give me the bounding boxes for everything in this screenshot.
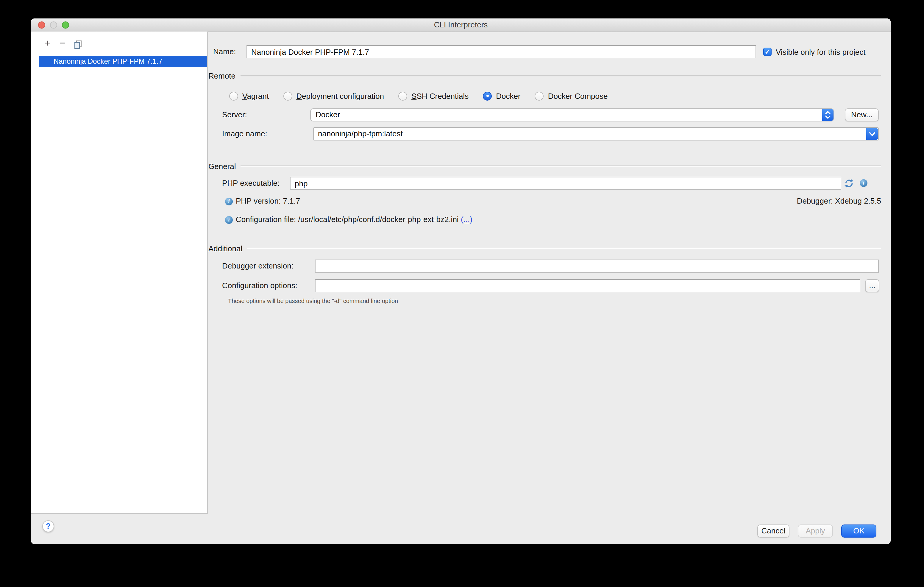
ok-button[interactable]: OK xyxy=(841,524,876,538)
name-label: Name: xyxy=(213,45,236,58)
section-rule xyxy=(240,75,881,76)
remote-section-title: Remote xyxy=(208,71,236,80)
copy-icon xyxy=(74,41,82,49)
visible-only-checkbox-row: ✓ Visible only for this project xyxy=(763,45,866,58)
window-title: CLI Interpreters xyxy=(31,18,891,31)
general-section-header: General xyxy=(208,160,881,173)
cancel-button[interactable]: Cancel xyxy=(757,524,789,538)
info-icon: i xyxy=(225,216,233,224)
copy-interpreter-icon[interactable] xyxy=(73,39,83,54)
close-button[interactable] xyxy=(38,21,45,28)
remote-type-radio-group: Vagrant Deployment configuration SSH Cre… xyxy=(229,89,608,102)
visible-only-label: Visible only for this project xyxy=(776,47,866,56)
radio-docker-compose[interactable]: Docker Compose xyxy=(535,91,608,100)
configuration-options-input[interactable] xyxy=(315,279,860,292)
configuration-file-row: Configuration file: /usr/local/etc/php/c… xyxy=(236,213,472,226)
configuration-options-hint: These options will be passed using the "… xyxy=(228,295,398,308)
combo-dropdown-button[interactable] xyxy=(866,128,878,140)
zoom-button[interactable] xyxy=(62,21,69,28)
radio-circle-icon xyxy=(483,91,492,100)
radio-label: Deployment configuration xyxy=(296,91,384,100)
name-input[interactable] xyxy=(246,45,756,58)
radio-circle-icon xyxy=(398,91,407,100)
radio-ssh-credentials[interactable]: SSH Credentials xyxy=(398,91,469,100)
radio-label: Docker Compose xyxy=(548,91,608,100)
radio-circle-icon xyxy=(283,91,292,100)
chevron-down-icon xyxy=(866,128,878,140)
radio-docker[interactable]: Docker xyxy=(483,91,520,100)
additional-section-header: Additional xyxy=(208,242,881,255)
minimize-button[interactable] xyxy=(50,21,57,28)
interpreter-list-panel: + − Nanoninja Docker PHP-FPM 7.1.7 xyxy=(31,31,208,514)
image-name-value: nanoninja/php-fpm:latest xyxy=(318,129,403,138)
section-rule xyxy=(247,248,881,249)
radio-label: SSH Credentials xyxy=(411,91,469,100)
reload-phpinfo-button[interactable] xyxy=(844,179,854,190)
section-rule xyxy=(241,165,881,167)
traffic-lights xyxy=(38,21,69,28)
radio-vagrant[interactable]: Vagrant xyxy=(229,91,269,100)
configuration-options-label: Configuration options: xyxy=(222,279,297,292)
up-down-chevrons-icon xyxy=(822,109,833,121)
screen: CLI Interpreters + − Nanoninja Docker PH… xyxy=(0,0,924,587)
remote-section-header: Remote xyxy=(208,69,881,82)
add-interpreter-button[interactable]: + xyxy=(42,36,53,51)
titlebar[interactable]: CLI Interpreters xyxy=(31,18,891,32)
php-executable-info-icon: i xyxy=(860,179,868,187)
php-version-text: PHP version: 7.1.7 xyxy=(236,195,300,208)
general-section-title: General xyxy=(208,162,236,171)
php-executable-label: PHP executable: xyxy=(222,177,279,190)
new-server-button[interactable]: New... xyxy=(845,108,879,122)
info-icon: i xyxy=(225,198,233,205)
refresh-icon xyxy=(844,179,854,188)
visible-only-checkbox[interactable]: ✓ xyxy=(763,48,772,56)
select-stepper-icon xyxy=(822,109,833,121)
debugger-version-text: Debugger: Xdebug 2.5.5 xyxy=(797,195,881,208)
server-select-value: Docker xyxy=(315,110,340,119)
additional-section-title: Additional xyxy=(208,244,242,253)
configuration-options-browse-button[interactable]: ... xyxy=(865,279,879,292)
help-button[interactable]: ? xyxy=(42,520,54,532)
image-name-label: Image name: xyxy=(222,127,267,140)
interpreter-list-item[interactable]: Nanoninja Docker PHP-FPM 7.1.7 xyxy=(39,56,207,67)
server-select[interactable]: Docker xyxy=(310,108,834,122)
radio-label: Docker xyxy=(496,91,520,100)
cli-interpreters-dialog: CLI Interpreters + − Nanoninja Docker PH… xyxy=(31,18,891,544)
image-name-combobox[interactable]: nanoninja/php-fpm:latest xyxy=(313,127,879,140)
php-executable-input[interactable] xyxy=(290,177,841,190)
configuration-file-more-link[interactable]: (...) xyxy=(461,215,472,224)
radio-circle-icon xyxy=(535,91,544,100)
apply-button[interactable]: Apply xyxy=(798,524,833,538)
debugger-extension-label: Debugger extension: xyxy=(222,260,294,273)
remove-interpreter-button[interactable]: − xyxy=(57,36,68,51)
configuration-file-text: Configuration file: /usr/local/etc/php/c… xyxy=(236,215,459,224)
radio-deployment-configuration[interactable]: Deployment configuration xyxy=(283,91,384,100)
debugger-extension-input[interactable] xyxy=(315,260,879,273)
server-label: Server: xyxy=(222,108,247,122)
radio-circle-icon xyxy=(229,91,238,100)
radio-label: Vagrant xyxy=(242,91,269,100)
check-icon: ✓ xyxy=(765,48,770,55)
